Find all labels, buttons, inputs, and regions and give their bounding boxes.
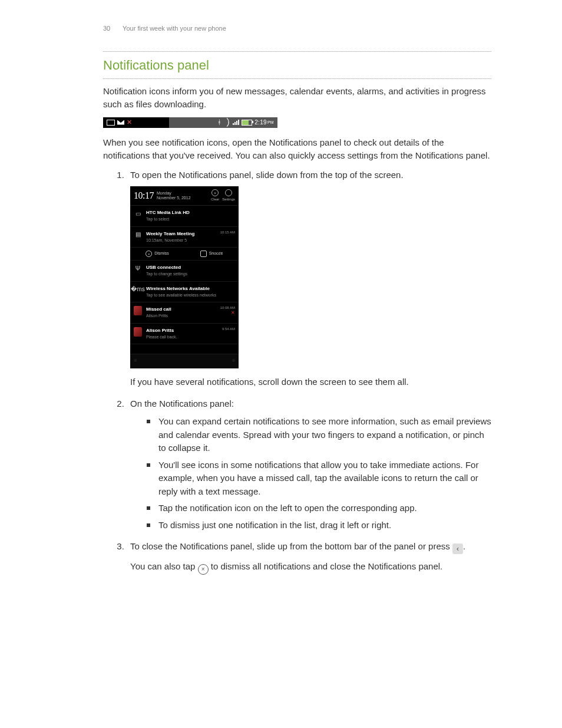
step-3-note: You can also tap × to dismiss all notifi… (130, 560, 491, 575)
list-item: Tap the notification icon on the left to… (147, 502, 491, 515)
back-icon: ‹ (452, 543, 463, 554)
running-header: 30 Your first week with your new phone (103, 24, 491, 34)
notification-row[interactable]: �ms Wireless Networks Available Tap to s… (130, 282, 239, 303)
step-2: On the Notifications panel: You can expa… (127, 397, 491, 532)
notification-row[interactable]: ▭ HTC Media Link HD Tap to select (130, 206, 239, 227)
avatar (134, 306, 142, 315)
bluetooth-icon: ᚼ (217, 117, 222, 127)
notification-actions: × Dismiss Snooze (130, 248, 239, 261)
close-x-icon: × (198, 564, 209, 575)
missed-call-icon: ✕ (127, 117, 132, 127)
calendar-icon: ▤ (134, 230, 142, 239)
statusbar-figure: ✕ ᚼ 2:19PM (103, 117, 277, 128)
panel-date: MondayNovember 5, 2012 (157, 191, 208, 200)
gear-icon (225, 189, 232, 196)
page-number: 30 (103, 25, 110, 32)
section-title: Notifications panel (103, 55, 491, 75)
running-title: Your first week with your new phone (123, 25, 226, 32)
notifications-panel-figure: 10:17 MondayNovember 5, 2012 × Clear Set… (130, 186, 239, 368)
missed-call-icon: ✕ (231, 310, 235, 315)
step-1-text: To open the Notifications panel, slide d… (130, 170, 404, 180)
step-3-text-a: To close the Notifications panel, slide … (130, 541, 452, 551)
signal-icon (233, 120, 239, 125)
battery-icon (242, 120, 252, 126)
intro-paragraph-2: When you see notification icons, open th… (103, 136, 491, 163)
close-x-icon: × (146, 251, 152, 257)
panel-header: 10:17 MondayNovember 5, 2012 × Clear Set… (130, 186, 239, 206)
list-item: You'll see icons in some notifications t… (147, 459, 491, 499)
dismiss-button[interactable]: × Dismiss (130, 248, 184, 260)
panel-footer-handle[interactable]: ≡≡ (130, 354, 239, 368)
step-2-intro: On the Notifications panel: (130, 398, 234, 409)
statusbar-left: ✕ (103, 117, 169, 128)
step-2-bullets: You can expand certain notifications to … (130, 415, 491, 532)
notification-row[interactable]: Missed call Alison Pritts 10:08 AM✕ (130, 302, 239, 324)
divider (103, 78, 491, 79)
alarm-icon (200, 251, 207, 257)
close-x-icon: × (211, 189, 219, 196)
step-3-text-b: . (463, 541, 465, 551)
intro-paragraph-1: Notification icons inform you of new mes… (103, 85, 491, 111)
avatar (134, 327, 142, 337)
mail-icon (117, 120, 124, 125)
notification-row[interactable]: ▤ Weekly Team Meeting 10:15am, November … (130, 227, 239, 248)
row-time: 10:15 AM (220, 230, 235, 235)
settings-button[interactable]: Settings (222, 189, 235, 202)
wifi-icon (223, 118, 232, 127)
usb-icon: Ψ (134, 264, 142, 272)
notification-icon (107, 120, 115, 126)
step-3: To close the Notifications panel, slide … (127, 540, 491, 575)
list-item: You can expand certain notifications to … (147, 415, 491, 455)
clear-button[interactable]: × Clear (211, 189, 219, 202)
step-1-note: If you have several notifications, scrol… (130, 377, 409, 387)
wifi-icon: �ms (134, 285, 142, 294)
row-time: 10:08 AM✕ (220, 306, 235, 316)
statusbar-time: 2:19PM (254, 118, 274, 127)
snooze-button[interactable]: Snooze (184, 248, 239, 260)
divider (103, 51, 491, 52)
step-1: To open the Notifications panel, slide d… (127, 169, 491, 389)
panel-gap (130, 344, 239, 354)
row-time: 9:54 AM (222, 327, 235, 331)
screen-icon: ▭ (134, 209, 142, 218)
statusbar-right: ᚼ 2:19PM (169, 117, 277, 128)
panel-clock: 10:17 (134, 189, 154, 203)
notification-row[interactable]: Alison Pritts Please call back. 9:54 AM (130, 324, 239, 345)
list-item: To dismiss just one notification in the … (147, 519, 491, 532)
notification-row[interactable]: Ψ USB connected Tap to change settings (130, 261, 239, 282)
